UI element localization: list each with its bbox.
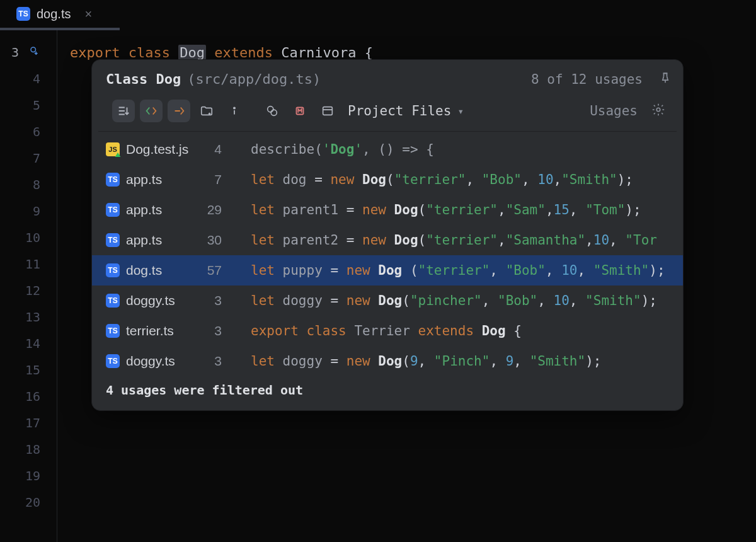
usage-row[interactable]: TSapp.ts7let dog = new Dog("terrier", "B… [92, 164, 683, 195]
line-number: 15 [24, 362, 40, 378]
scope-label: Project Files [348, 103, 451, 118]
gutter-line-20[interactable]: 20 [0, 489, 57, 516]
new-folder-icon[interactable] [195, 100, 218, 122]
usage-row[interactable]: TSapp.ts30let parent2 = new Dog("terrier… [92, 225, 683, 255]
code-token: class [129, 45, 178, 61]
code-column[interactable]: export class Dog extends Carnivora { Cla… [57, 30, 756, 542]
usage-file: TSdog.ts [106, 263, 190, 278]
implements-gutter-icon[interactable] [29, 45, 40, 59]
gutter-line-3[interactable]: 3 [0, 39, 57, 66]
code-token: Dog [178, 45, 206, 61]
ts-icon: TS [106, 263, 120, 277]
gutter-line-12[interactable]: 12 [0, 277, 57, 304]
tab-label: dog.ts [37, 7, 71, 21]
gutter-line-15[interactable]: 15 [0, 357, 57, 383]
usage-file: TSapp.ts [106, 172, 190, 187]
usage-row[interactable]: TSdog.ts57let puppy = new Dog ("terrier"… [92, 255, 683, 285]
usage-row[interactable]: JSDog.test.js4describe('Dog', () => { [92, 134, 683, 164]
line-number: 12 [24, 283, 40, 298]
usage-row[interactable]: TSdoggy.ts3let doggy = new Dog("pincher"… [92, 285, 683, 316]
tab-dog-ts[interactable]: TS dog.ts × [9, 2, 100, 26]
usage-row[interactable]: TSdoggy.ts3let doggy = new Dog(9, "Pinch… [92, 346, 683, 376]
svg-point-3 [271, 110, 277, 115]
gutter-line-18[interactable]: 18 [0, 436, 57, 463]
line-number: 14 [24, 336, 40, 351]
usage-line-number: 3 [197, 354, 222, 369]
ts-icon: TS [106, 354, 120, 368]
popup-toolbar: Project Files ▾ Usages [98, 96, 677, 132]
line-number: 3 [3, 45, 19, 60]
gutter-line-14[interactable]: 14 [0, 330, 57, 357]
gutter-line-4[interactable]: 4 [0, 66, 57, 92]
usages-popup: Class Dog (src/app/dog.ts) 8 of 12 usage… [91, 59, 684, 411]
svg-point-0 [31, 47, 36, 52]
svg-point-6 [656, 108, 660, 112]
usage-code: let parent2 = new Dog("terrier","Samanth… [251, 233, 657, 248]
line-number: 20 [24, 495, 40, 510]
line-number: 11 [24, 257, 40, 272]
svg-point-2 [268, 107, 273, 112]
ts-icon: TS [106, 203, 120, 217]
ts-icon: TS [106, 173, 120, 187]
usage-file: JSDog.test.js [106, 142, 190, 157]
pin-icon[interactable] [659, 71, 672, 87]
usage-line-number: 29 [197, 202, 222, 217]
ts-icon: TS [106, 294, 120, 308]
code-token: Carnivora [281, 45, 364, 61]
gutter-line-16[interactable]: 16 [0, 383, 57, 410]
code-token: export [70, 45, 129, 61]
write-only-icon[interactable] [168, 100, 190, 122]
gutter-line-5[interactable]: 5 [0, 92, 57, 118]
usage-file: TSdoggy.ts [106, 354, 190, 369]
line-number: 4 [24, 71, 40, 86]
line-number: 13 [24, 309, 40, 325]
file-name: app.ts [126, 202, 162, 217]
usage-line-number: 57 [197, 263, 222, 278]
file-name: Dog.test.js [126, 142, 188, 157]
usage-row[interactable]: TSapp.ts29let parent1 = new Dog("terrier… [92, 195, 683, 225]
svg-point-1 [234, 107, 235, 108]
file-name: dog.ts [126, 263, 162, 278]
gutter-line-11[interactable]: 11 [0, 251, 57, 277]
chevron-down-icon: ▾ [457, 105, 464, 117]
usage-line-number: 3 [197, 293, 222, 308]
usage-code: export class Terrier extends Dog { [251, 323, 522, 338]
method-filter-icon[interactable] [289, 100, 311, 122]
popup-title: Class Dog [106, 71, 181, 87]
usage-row[interactable]: TSterrier.ts3export class Terrier extend… [92, 316, 683, 346]
usages-label[interactable]: Usages [590, 103, 638, 118]
usage-code: let dog = new Dog("terrier", "Bob", 10,"… [251, 172, 633, 187]
usage-file: TSterrier.ts [106, 323, 190, 338]
js-test-icon: JS [106, 142, 120, 156]
info-icon[interactable] [223, 100, 246, 122]
gutter-line-17[interactable]: 17 [0, 410, 57, 436]
editor-area: 34567891011121314151617181920 export cla… [0, 30, 756, 542]
gear-icon[interactable] [651, 103, 665, 120]
group-icon[interactable] [261, 100, 284, 122]
gutter-line-19[interactable]: 19 [0, 463, 57, 489]
popup-path: (src/app/dog.ts) [187, 71, 321, 87]
gutter-line-13[interactable]: 13 [0, 304, 57, 330]
ts-icon: TS [106, 324, 120, 338]
open-find-tool-window-icon[interactable] [112, 100, 135, 122]
ts-icon: TS [16, 7, 30, 21]
popup-rows: JSDog.test.js4describe('Dog', () => {TSa… [92, 132, 683, 376]
line-number: 10 [24, 230, 40, 245]
code-token: { [365, 45, 373, 61]
file-name: doggy.ts [126, 354, 175, 369]
usage-line-number: 30 [197, 233, 222, 248]
line-number: 7 [24, 151, 40, 166]
close-icon[interactable]: × [84, 7, 92, 21]
scope-dropdown[interactable]: Project Files ▾ [348, 103, 464, 118]
popup-count: 8 of 12 usages [531, 72, 643, 87]
line-number: 9 [24, 204, 40, 219]
gutter-line-8[interactable]: 8 [0, 171, 57, 198]
gutter-line-10[interactable]: 10 [0, 224, 57, 251]
gutter-line-7[interactable]: 7 [0, 145, 57, 171]
gutter-line-9[interactable]: 9 [0, 198, 57, 224]
preview-icon[interactable] [316, 100, 339, 122]
gutter-line-6[interactable]: 6 [0, 118, 57, 145]
line-number: 6 [24, 124, 40, 139]
line-number: 17 [24, 415, 40, 430]
read-write-icon[interactable] [140, 100, 163, 122]
